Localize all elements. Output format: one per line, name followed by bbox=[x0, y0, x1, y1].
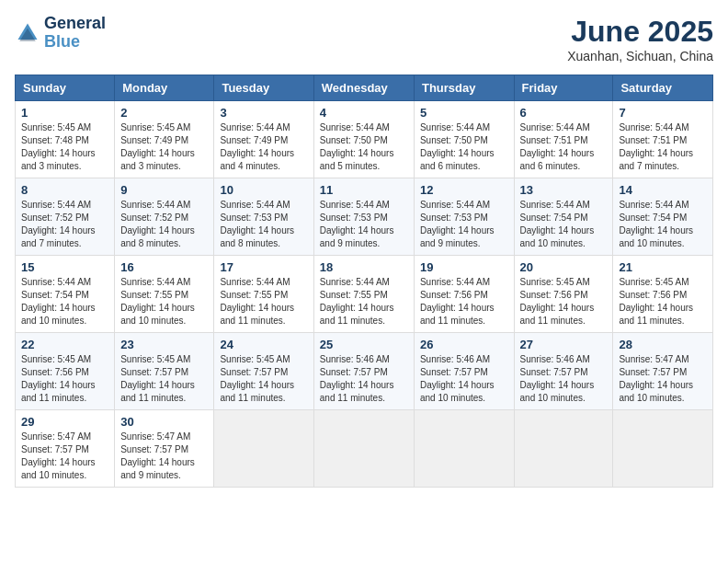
cell-content: Sunrise: 5:44 AM Sunset: 7:54 PM Dayligh… bbox=[619, 199, 707, 250]
calendar-cell-empty bbox=[514, 410, 613, 488]
calendar-header-row: Sunday Monday Tuesday Wednesday Thursday… bbox=[16, 75, 713, 101]
cell-content: Sunrise: 5:46 AM Sunset: 7:57 PM Dayligh… bbox=[420, 353, 508, 405]
day-number: 30 bbox=[120, 415, 208, 429]
cell-content: Sunrise: 5:45 AM Sunset: 7:56 PM Dayligh… bbox=[21, 353, 108, 405]
cell-content: Sunrise: 5:44 AM Sunset: 7:54 PM Dayligh… bbox=[520, 199, 608, 250]
col-thursday: Thursday bbox=[414, 75, 514, 101]
day-number: 4 bbox=[320, 106, 408, 120]
day-number: 15 bbox=[21, 260, 108, 274]
calendar-cell-day-22: 22 Sunrise: 5:45 AM Sunset: 7:56 PM Dayl… bbox=[16, 333, 115, 410]
location: Xuanhan, Sichuan, China bbox=[567, 49, 713, 63]
calendar-cell-day-8: 8 Sunrise: 5:44 AM Sunset: 7:52 PM Dayli… bbox=[16, 178, 115, 256]
day-number: 10 bbox=[220, 183, 307, 197]
calendar-cell-day-13: 13 Sunrise: 5:44 AM Sunset: 7:54 PM Dayl… bbox=[514, 178, 613, 256]
day-number: 26 bbox=[420, 338, 508, 351]
day-number: 20 bbox=[520, 260, 608, 274]
calendar-cell-day-27: 27 Sunrise: 5:46 AM Sunset: 7:57 PM Dayl… bbox=[514, 333, 613, 410]
day-number: 14 bbox=[619, 183, 707, 197]
col-sunday: Sunday bbox=[16, 75, 115, 101]
calendar-week-2: 8 Sunrise: 5:44 AM Sunset: 7:52 PM Dayli… bbox=[16, 178, 713, 256]
cell-content: Sunrise: 5:44 AM Sunset: 7:53 PM Dayligh… bbox=[420, 199, 508, 250]
cell-content: Sunrise: 5:45 AM Sunset: 7:56 PM Dayligh… bbox=[520, 276, 608, 327]
calendar-cell-day-24: 24 Sunrise: 5:45 AM Sunset: 7:57 PM Dayl… bbox=[214, 333, 313, 410]
cell-content: Sunrise: 5:44 AM Sunset: 7:55 PM Dayligh… bbox=[320, 276, 408, 327]
cell-content: Sunrise: 5:44 AM Sunset: 7:51 PM Dayligh… bbox=[520, 121, 608, 173]
col-monday: Monday bbox=[115, 75, 214, 101]
calendar-cell-empty bbox=[214, 410, 313, 488]
calendar-cell-day-21: 21 Sunrise: 5:45 AM Sunset: 7:56 PM Dayl… bbox=[613, 256, 713, 333]
calendar-cell-day-15: 15 Sunrise: 5:44 AM Sunset: 7:54 PM Dayl… bbox=[16, 256, 115, 333]
calendar-cell-empty bbox=[313, 410, 414, 488]
cell-content: Sunrise: 5:46 AM Sunset: 7:57 PM Dayligh… bbox=[520, 353, 608, 405]
cell-content: Sunrise: 5:44 AM Sunset: 7:49 PM Dayligh… bbox=[220, 121, 307, 173]
calendar-cell-day-2: 2 Sunrise: 5:45 AM Sunset: 7:49 PM Dayli… bbox=[115, 101, 214, 178]
day-number: 18 bbox=[320, 260, 408, 274]
calendar-cell-day-9: 9 Sunrise: 5:44 AM Sunset: 7:52 PM Dayli… bbox=[115, 178, 214, 256]
calendar-table: Sunday Monday Tuesday Wednesday Thursday… bbox=[15, 75, 713, 488]
logo: GeneralBlue bbox=[15, 15, 106, 52]
day-number: 5 bbox=[420, 106, 508, 120]
cell-content: Sunrise: 5:44 AM Sunset: 7:50 PM Dayligh… bbox=[320, 121, 408, 173]
calendar-week-5: 29 Sunrise: 5:47 AM Sunset: 7:57 PM Dayl… bbox=[16, 410, 713, 488]
cell-content: Sunrise: 5:44 AM Sunset: 7:53 PM Dayligh… bbox=[220, 199, 307, 250]
cell-content: Sunrise: 5:44 AM Sunset: 7:55 PM Dayligh… bbox=[220, 276, 307, 327]
day-number: 11 bbox=[320, 183, 408, 197]
cell-content: Sunrise: 5:46 AM Sunset: 7:57 PM Dayligh… bbox=[320, 353, 408, 405]
calendar-cell-day-3: 3 Sunrise: 5:44 AM Sunset: 7:49 PM Dayli… bbox=[214, 101, 313, 178]
day-number: 22 bbox=[21, 338, 108, 351]
cell-content: Sunrise: 5:44 AM Sunset: 7:52 PM Dayligh… bbox=[21, 199, 108, 250]
day-number: 24 bbox=[220, 338, 307, 351]
cell-content: Sunrise: 5:44 AM Sunset: 7:52 PM Dayligh… bbox=[120, 199, 208, 250]
cell-content: Sunrise: 5:44 AM Sunset: 7:56 PM Dayligh… bbox=[420, 276, 508, 327]
cell-content: Sunrise: 5:47 AM Sunset: 7:57 PM Dayligh… bbox=[120, 431, 208, 482]
calendar-cell-day-7: 7 Sunrise: 5:44 AM Sunset: 7:51 PM Dayli… bbox=[613, 101, 713, 178]
calendar-week-3: 15 Sunrise: 5:44 AM Sunset: 7:54 PM Dayl… bbox=[16, 256, 713, 333]
cell-content: Sunrise: 5:45 AM Sunset: 7:57 PM Dayligh… bbox=[120, 353, 208, 405]
calendar-cell-day-5: 5 Sunrise: 5:44 AM Sunset: 7:50 PM Dayli… bbox=[414, 101, 514, 178]
col-wednesday: Wednesday bbox=[313, 75, 414, 101]
day-number: 13 bbox=[520, 183, 608, 197]
calendar-cell-day-10: 10 Sunrise: 5:44 AM Sunset: 7:53 PM Dayl… bbox=[214, 178, 313, 256]
cell-content: Sunrise: 5:47 AM Sunset: 7:57 PM Dayligh… bbox=[21, 431, 108, 482]
calendar-week-1: 1 Sunrise: 5:45 AM Sunset: 7:48 PM Dayli… bbox=[16, 101, 713, 178]
calendar-cell-day-17: 17 Sunrise: 5:44 AM Sunset: 7:55 PM Dayl… bbox=[214, 256, 313, 333]
page-header: GeneralBlue June 2025 Xuanhan, Sichuan, … bbox=[15, 15, 713, 63]
col-saturday: Saturday bbox=[613, 75, 713, 101]
calendar-cell-day-25: 25 Sunrise: 5:46 AM Sunset: 7:57 PM Dayl… bbox=[313, 333, 414, 410]
day-number: 19 bbox=[420, 260, 508, 274]
day-number: 2 bbox=[120, 106, 208, 120]
calendar-cell-day-23: 23 Sunrise: 5:45 AM Sunset: 7:57 PM Dayl… bbox=[115, 333, 214, 410]
day-number: 17 bbox=[220, 260, 307, 274]
month-title: June 2025 bbox=[567, 15, 713, 49]
calendar-week-4: 22 Sunrise: 5:45 AM Sunset: 7:56 PM Dayl… bbox=[16, 333, 713, 410]
calendar-cell-day-29: 29 Sunrise: 5:47 AM Sunset: 7:57 PM Dayl… bbox=[16, 410, 115, 488]
day-number: 12 bbox=[420, 183, 508, 197]
day-number: 16 bbox=[120, 260, 208, 274]
logo-icon bbox=[15, 20, 40, 46]
col-friday: Friday bbox=[514, 75, 613, 101]
calendar-cell-day-4: 4 Sunrise: 5:44 AM Sunset: 7:50 PM Dayli… bbox=[313, 101, 414, 178]
calendar-cell-day-19: 19 Sunrise: 5:44 AM Sunset: 7:56 PM Dayl… bbox=[414, 256, 514, 333]
logo-text: GeneralBlue bbox=[44, 15, 106, 52]
cell-content: Sunrise: 5:45 AM Sunset: 7:57 PM Dayligh… bbox=[220, 353, 307, 405]
calendar-cell-day-11: 11 Sunrise: 5:44 AM Sunset: 7:53 PM Dayl… bbox=[313, 178, 414, 256]
day-number: 29 bbox=[21, 415, 108, 429]
cell-content: Sunrise: 5:44 AM Sunset: 7:51 PM Dayligh… bbox=[619, 121, 707, 173]
day-number: 21 bbox=[619, 260, 707, 274]
day-number: 7 bbox=[619, 106, 707, 120]
calendar-cell-day-18: 18 Sunrise: 5:44 AM Sunset: 7:55 PM Dayl… bbox=[313, 256, 414, 333]
day-number: 9 bbox=[120, 183, 208, 197]
day-number: 28 bbox=[619, 338, 707, 351]
day-number: 8 bbox=[21, 183, 108, 197]
calendar-cell-day-6: 6 Sunrise: 5:44 AM Sunset: 7:51 PM Dayli… bbox=[514, 101, 613, 178]
cell-content: Sunrise: 5:45 AM Sunset: 7:48 PM Dayligh… bbox=[21, 121, 108, 173]
cell-content: Sunrise: 5:47 AM Sunset: 7:57 PM Dayligh… bbox=[619, 353, 707, 405]
day-number: 1 bbox=[21, 106, 108, 120]
calendar-cell-day-20: 20 Sunrise: 5:45 AM Sunset: 7:56 PM Dayl… bbox=[514, 256, 613, 333]
day-number: 25 bbox=[320, 338, 408, 351]
calendar-cell-day-1: 1 Sunrise: 5:45 AM Sunset: 7:48 PM Dayli… bbox=[16, 101, 115, 178]
day-number: 3 bbox=[220, 106, 307, 120]
calendar-cell-day-14: 14 Sunrise: 5:44 AM Sunset: 7:54 PM Dayl… bbox=[613, 178, 713, 256]
calendar-cell-day-28: 28 Sunrise: 5:47 AM Sunset: 7:57 PM Dayl… bbox=[613, 333, 713, 410]
day-number: 27 bbox=[520, 338, 608, 351]
